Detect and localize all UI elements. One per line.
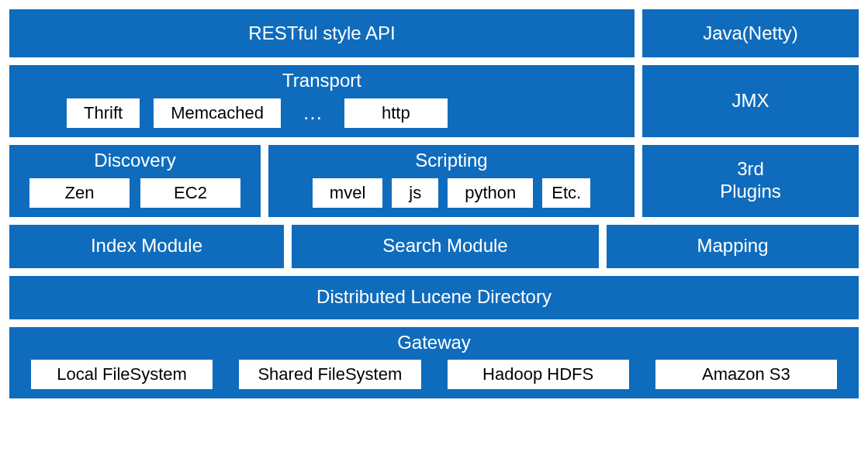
mapping-block: Mapping bbox=[607, 225, 859, 268]
gateway-items: Local FileSystem Shared FileSystem Hadoo… bbox=[16, 360, 852, 389]
scripting-python: python bbox=[448, 178, 533, 208]
transport-more: … bbox=[295, 101, 330, 125]
architecture-diagram: RESTful style API Java(Netty) Transport … bbox=[9, 9, 859, 398]
java-netty-block: Java(Netty) bbox=[642, 9, 859, 57]
scripting-etc: Etc. bbox=[542, 178, 590, 208]
scripting-title: Scripting bbox=[415, 150, 487, 172]
transport-block: Transport Thrift Memcached … http bbox=[9, 65, 635, 137]
gateway-s3: Amazon S3 bbox=[655, 360, 837, 389]
plugins-label: 3rd Plugins bbox=[720, 158, 781, 203]
lucene-block: Distributed Lucene Directory bbox=[9, 276, 859, 319]
search-module-block: Search Module bbox=[292, 225, 599, 268]
gateway-shared-fs: Shared FileSystem bbox=[239, 360, 420, 389]
scripting-js: js bbox=[392, 178, 438, 208]
scripting-mvel: mvel bbox=[313, 178, 382, 208]
gateway-title: Gateway bbox=[397, 332, 471, 354]
transport-title: Transport bbox=[282, 70, 361, 92]
search-module-label: Search Module bbox=[382, 235, 507, 257]
scripting-block: Scripting mvel js python Etc. bbox=[268, 145, 635, 217]
transport-memcached: Memcached bbox=[154, 98, 281, 128]
jmx-block: JMX bbox=[642, 65, 859, 137]
row-6: Gateway Local FileSystem Shared FileSyst… bbox=[9, 327, 859, 399]
discovery-ec2: EC2 bbox=[140, 178, 240, 208]
row-4: Index Module Search Module Mapping bbox=[9, 225, 859, 268]
index-module-block: Index Module bbox=[9, 225, 284, 268]
discovery-zen: Zen bbox=[29, 178, 130, 208]
row-3: Discovery Zen EC2 Scripting mvel js pyth… bbox=[9, 145, 859, 217]
discovery-block: Discovery Zen EC2 bbox=[9, 145, 261, 217]
row-1: RESTful style API Java(Netty) bbox=[9, 9, 859, 57]
row-2: Transport Thrift Memcached … http JMX bbox=[9, 65, 859, 137]
transport-thrift: Thrift bbox=[67, 98, 140, 128]
index-module-label: Index Module bbox=[91, 235, 202, 257]
restful-api-block: RESTful style API bbox=[9, 9, 635, 57]
plugins-block: 3rd Plugins bbox=[642, 145, 859, 217]
restful-api-label: RESTful style API bbox=[248, 22, 395, 45]
mapping-label: Mapping bbox=[697, 235, 768, 257]
gateway-block: Gateway Local FileSystem Shared FileSyst… bbox=[9, 327, 859, 399]
lucene-label: Distributed Lucene Directory bbox=[316, 286, 552, 309]
transport-http: http bbox=[344, 98, 448, 128]
discovery-title: Discovery bbox=[94, 150, 175, 172]
transport-items: Thrift Memcached … http bbox=[16, 98, 628, 128]
scripting-items: mvel js python Etc. bbox=[275, 178, 628, 208]
gateway-local-fs: Local FileSystem bbox=[31, 360, 213, 389]
jmx-label: JMX bbox=[732, 90, 769, 112]
discovery-items: Zen EC2 bbox=[16, 178, 254, 208]
java-netty-label: Java(Netty) bbox=[703, 22, 798, 45]
gateway-hadoop: Hadoop HDFS bbox=[448, 360, 629, 389]
row-5: Distributed Lucene Directory bbox=[9, 276, 859, 319]
